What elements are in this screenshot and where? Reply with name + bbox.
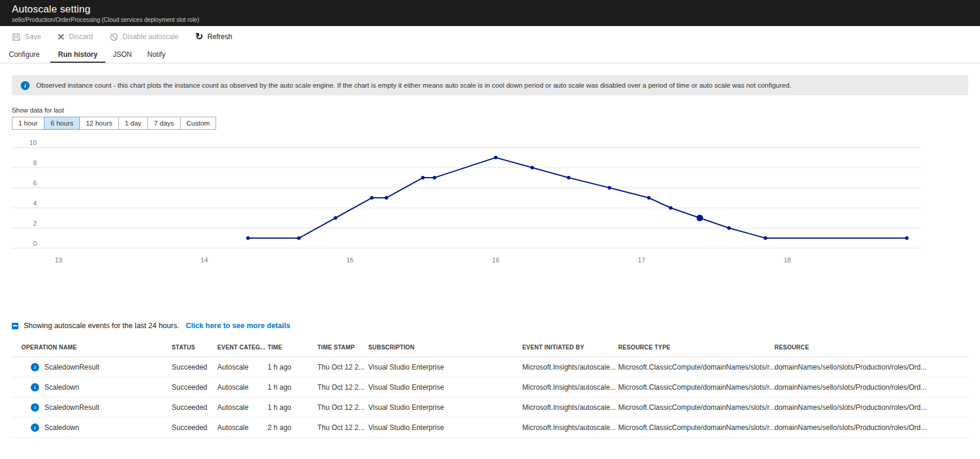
column-header-resource_type[interactable]: RESOURCE TYPE (618, 344, 775, 351)
svg-text:16: 16 (492, 256, 499, 264)
cell-timestamp: Thu Oct 12 2... (317, 403, 368, 412)
cell-resource_type: Microsoft.ClassicCompute/domainNames/slo… (618, 403, 775, 412)
time-range-group: 1 hour6 hours12 hours1 day7 daysCustom (12, 117, 968, 130)
cell-resource: domainNames/sello/slots/Production/roles… (775, 423, 968, 432)
info-icon: i (31, 363, 39, 371)
column-header-initiated_by[interactable]: EVENT INITIATED BY (522, 344, 618, 351)
column-header-time[interactable]: TIME (268, 344, 317, 351)
info-icon: i (31, 423, 39, 432)
cell-category: Autoscale (217, 363, 268, 371)
time-range-12-hours[interactable]: 12 hours (80, 117, 119, 130)
time-range-7-days[interactable]: 7 days (148, 117, 181, 130)
svg-text:6: 6 (33, 179, 37, 187)
title-bar: Autoscale setting sello/Production/Order… (0, 0, 980, 26)
cell-time: 2 h ago (268, 423, 317, 432)
svg-text:13: 13 (55, 256, 62, 264)
cell-resource: domainNames/sello/slots/Production/roles… (775, 363, 968, 371)
save-label: Save (25, 33, 41, 41)
cell-operation: iScaledown (21, 423, 172, 432)
svg-text:10: 10 (30, 139, 37, 146)
time-range-custom[interactable]: Custom (181, 117, 217, 130)
refresh-icon: ↻ (195, 33, 203, 41)
svg-text:14: 14 (201, 256, 208, 264)
cell-initiated_by: Microsoft.Insights/autoscale... (522, 423, 618, 432)
operation-name-text: ScaledownResult (44, 403, 99, 412)
discard-label: Discard (69, 33, 93, 41)
events-summary-text: Showing autoscale events for the last 24… (24, 322, 179, 330)
tab-notify[interactable]: Notify (140, 47, 173, 63)
save-icon (12, 33, 21, 41)
event-row[interactable]: iScaledownResultSucceededAutoscale1 h ag… (12, 357, 968, 377)
svg-text:2: 2 (33, 220, 37, 227)
cell-operation: iScaledownResult (21, 403, 172, 412)
svg-text:0: 0 (33, 240, 37, 247)
svg-text:17: 17 (638, 256, 645, 264)
cell-time: 1 h ago (268, 363, 317, 371)
observed-instance-count-chart: 0246810131415161718 (12, 139, 968, 272)
cell-initiated_by: Microsoft.Insights/autoscale... (522, 383, 618, 391)
info-icon: i (21, 81, 30, 90)
events-list-icon (12, 323, 18, 329)
events-table: OPERATION NAMESTATUSEVENT CATEG...TIMETI… (12, 338, 968, 438)
disable-autoscale-button[interactable]: Disable autoscale (110, 33, 179, 41)
time-filter-label: Show data for last (12, 107, 968, 114)
page-title: Autoscale setting (12, 4, 968, 15)
cell-category: Autoscale (217, 403, 268, 412)
operation-name-text: Scaledown (44, 383, 79, 391)
cell-operation: iScaledown (21, 383, 172, 391)
cell-subscription: Visual Studio Enterprise (368, 403, 522, 412)
info-banner: i Observed instance count - this chart p… (12, 75, 968, 95)
column-header-timestamp[interactable]: TIME STAMP (317, 344, 368, 351)
event-row[interactable]: iScaledownSucceededAutoscale2 h agoThu O… (12, 418, 968, 438)
info-icon: i (31, 403, 39, 412)
time-range-1-day[interactable]: 1 day (119, 117, 148, 130)
cell-timestamp: Thu Oct 12 2... (317, 423, 368, 432)
cell-resource_type: Microsoft.ClassicCompute/domainNames/slo… (618, 363, 775, 371)
info-icon: i (31, 383, 39, 391)
cell-subscription: Visual Studio Enterprise (368, 363, 522, 371)
cell-initiated_by: Microsoft.Insights/autoscale... (522, 403, 618, 412)
tab-configure[interactable]: Configure (9, 47, 50, 63)
cell-status: Succeeded (172, 423, 217, 432)
column-header-operation[interactable]: OPERATION NAME (21, 344, 172, 351)
tab-json[interactable]: JSON (105, 47, 140, 63)
operation-name-text: ScaledownResult (44, 363, 99, 371)
event-row[interactable]: iScaledownSucceededAutoscale1 h agoThu O… (12, 377, 968, 397)
table-header-row: OPERATION NAMESTATUSEVENT CATEG...TIMETI… (12, 338, 968, 357)
tab-run-history[interactable]: Run history (50, 47, 105, 63)
column-header-subscription[interactable]: SUBSCRIPTION (368, 344, 522, 351)
cell-initiated_by: Microsoft.Insights/autoscale... (522, 363, 618, 371)
chart-svg: 0246810131415161718 (12, 139, 968, 271)
save-button[interactable]: Save (12, 33, 41, 41)
events-summary-line: Showing autoscale events for the last 24… (12, 322, 968, 330)
time-range-1-hour[interactable]: 1 hour (12, 117, 44, 130)
cell-timestamp: Thu Oct 12 2... (317, 383, 368, 391)
cell-resource_type: Microsoft.ClassicCompute/domainNames/slo… (618, 423, 775, 432)
operation-name-text: Scaledown (44, 423, 79, 432)
cell-resource: domainNames/sello/slots/Production/roles… (775, 383, 968, 391)
cell-timestamp: Thu Oct 12 2... (317, 363, 368, 371)
details-link[interactable]: Click here to see more details (186, 322, 290, 330)
cell-status: Succeeded (172, 403, 217, 412)
svg-text:15: 15 (346, 256, 354, 264)
blocked-circle-icon (110, 33, 118, 41)
time-range-6-hours[interactable]: 6 hours (44, 117, 80, 130)
cell-resource: domainNames/sello/slots/Production/roles… (775, 403, 968, 412)
cell-time: 1 h ago (268, 383, 317, 391)
discard-button[interactable]: Discard (57, 33, 93, 41)
page-subtitle: sello/Production/OrderProcessing (Cloud … (12, 17, 968, 23)
discard-x-icon (57, 33, 65, 40)
cell-subscription: Visual Studio Enterprise (368, 423, 522, 432)
refresh-button[interactable]: ↻ Refresh (195, 33, 232, 41)
column-header-resource[interactable]: RESOURCE (775, 344, 968, 351)
column-header-status[interactable]: STATUS (172, 344, 217, 351)
cell-status: Succeeded (172, 383, 217, 391)
disable-autoscale-label: Disable autoscale (123, 33, 179, 41)
cell-category: Autoscale (217, 383, 268, 391)
event-row[interactable]: iScaledownResultSucceededAutoscale1 h ag… (12, 397, 968, 418)
cell-time: 1 h ago (268, 403, 317, 412)
column-header-category[interactable]: EVENT CATEG... (217, 344, 268, 351)
refresh-label: Refresh (207, 33, 232, 41)
cell-category: Autoscale (217, 423, 268, 432)
cell-subscription: Visual Studio Enterprise (368, 383, 522, 391)
